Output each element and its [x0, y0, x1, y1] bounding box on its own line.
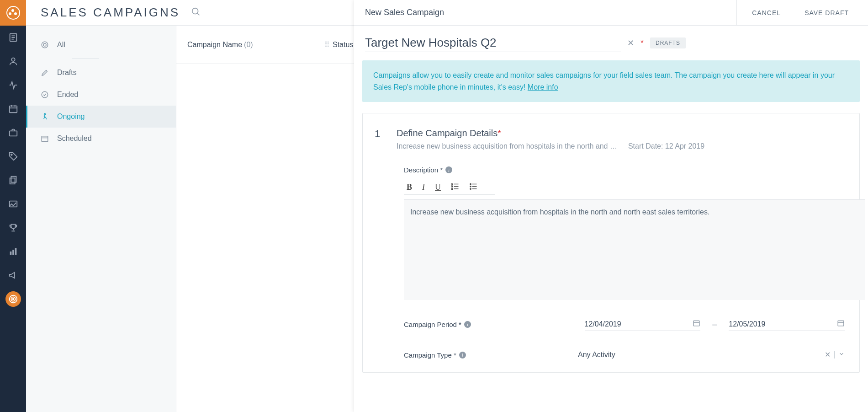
date-from-input[interactable] — [585, 317, 701, 331]
svg-point-40 — [470, 188, 471, 189]
calendar-icon — [41, 134, 50, 143]
campaign-type-select[interactable]: ✕ — [578, 348, 845, 361]
unordered-list-button[interactable] — [469, 182, 477, 193]
italic-button[interactable]: I — [422, 182, 425, 192]
calendar-icon[interactable] — [693, 319, 700, 329]
global-nav-rail — [0, 0, 26, 412]
filter-drafts[interactable]: Drafts — [26, 62, 176, 84]
svg-point-25 — [43, 43, 46, 46]
nav-item-analytics[interactable] — [0, 240, 26, 263]
chevron-down-icon[interactable] — [838, 351, 845, 359]
svg-rect-11 — [11, 177, 16, 182]
info-banner: Campaigns allow you to easily create and… — [362, 60, 860, 102]
nav-item-business[interactable] — [0, 121, 26, 144]
drag-handle-icon[interactable]: ⠿ — [324, 40, 329, 49]
info-icon[interactable]: i — [445, 166, 452, 173]
panel-title: New Sales Campaign — [365, 8, 444, 17]
type-value[interactable] — [578, 351, 825, 359]
editor-toolbar: B I U 123 — [404, 180, 495, 195]
date-from-field[interactable] — [585, 320, 672, 328]
underline-button[interactable]: U — [435, 182, 441, 192]
page-title: SALES CAMPAIGNS — [41, 5, 180, 20]
panel-header: New Sales Campaign CANCEL SAVE DRAFT — [354, 0, 868, 26]
walking-icon — [41, 112, 50, 121]
calendar-icon[interactable] — [837, 319, 845, 329]
clear-icon[interactable]: ✕ — [627, 38, 634, 48]
svg-point-24 — [42, 42, 48, 48]
campaign-name-input[interactable] — [365, 34, 621, 52]
check-circle-icon — [41, 91, 50, 99]
info-icon[interactable]: i — [459, 352, 466, 358]
save-draft-button[interactable]: SAVE DRAFT — [796, 0, 857, 26]
step-1-card: 1 Define Campaign Details* Increase new … — [362, 113, 860, 373]
svg-rect-42 — [693, 321, 699, 326]
col-label: Status — [333, 41, 353, 49]
cancel-button[interactable]: CANCEL — [736, 0, 796, 26]
svg-point-21 — [12, 299, 14, 300]
filter-sidebar: All Drafts Ended Ongoing Scheduled — [26, 26, 176, 412]
nav-item-trophy[interactable] — [0, 216, 26, 240]
nav-item-activity[interactable] — [0, 73, 26, 97]
campaign-period-row: Campaign Period * i – — [404, 317, 845, 331]
col-campaign-name[interactable]: Campaign Name (0) — [176, 41, 313, 49]
svg-rect-16 — [10, 251, 11, 255]
date-to-field[interactable] — [729, 320, 815, 328]
panel-body: ✕ * DRAFTS Campaigns allow you to easily… — [354, 26, 868, 412]
nav-item-files[interactable] — [0, 168, 26, 192]
nav-item-trends[interactable] — [0, 192, 26, 216]
nav-item-tags[interactable] — [0, 144, 26, 168]
step-sub-desc: Increase new business acquisition from h… — [397, 142, 617, 150]
step-title: Define Campaign Details* — [397, 128, 845, 139]
step-header: 1 Define Campaign Details* Increase new … — [375, 128, 845, 150]
draft-badge: DRAFTS — [650, 37, 686, 48]
filter-ongoing[interactable]: Ongoing — [26, 106, 176, 128]
pencil-icon — [41, 69, 50, 77]
nav-item-calendar[interactable] — [0, 97, 26, 121]
description-label: Description * i — [404, 166, 845, 174]
search-icon[interactable] — [191, 7, 201, 19]
col-label: Campaign Name — [187, 41, 242, 49]
ordered-list-button[interactable]: 123 — [451, 182, 459, 193]
new-campaign-panel: New Sales Campaign CANCEL SAVE DRAFT ✕ *… — [354, 0, 868, 412]
svg-rect-18 — [15, 248, 16, 255]
target-icon — [41, 41, 50, 49]
clear-icon[interactable]: ✕ — [825, 350, 831, 359]
svg-point-36 — [470, 184, 471, 185]
svg-point-38 — [470, 186, 471, 187]
svg-rect-9 — [9, 131, 17, 136]
type-label: Campaign Type * i — [404, 351, 572, 359]
date-to-input[interactable] — [729, 317, 845, 331]
bold-button[interactable]: B — [407, 182, 412, 192]
filter-ended[interactable]: Ended — [26, 84, 176, 106]
step-sub-start: Start Date: 12 Apr 2019 — [628, 142, 704, 150]
filter-scheduled[interactable]: Scheduled — [26, 128, 176, 150]
svg-line-23 — [197, 13, 200, 15]
filter-label: Scheduled — [57, 134, 92, 143]
nav-item-users[interactable] — [0, 49, 26, 73]
description-textarea[interactable]: Increase new business acquisition from h… — [404, 199, 865, 300]
svg-point-22 — [192, 8, 198, 14]
date-range-dash: – — [712, 320, 717, 329]
filter-all[interactable]: All — [26, 34, 176, 56]
app-logo[interactable] — [0, 0, 26, 26]
svg-rect-17 — [12, 250, 14, 255]
rich-text-editor: B I U 123 Increase new business acquisit… — [404, 180, 845, 300]
step-subtitle: Increase new business acquisition from h… — [397, 142, 845, 150]
campaign-name-row: ✕ * DRAFTS — [362, 34, 860, 60]
filter-label: All — [57, 41, 65, 49]
svg-rect-5 — [9, 106, 17, 113]
nav-item-campaigns[interactable] — [0, 287, 26, 311]
more-info-link[interactable]: More info — [528, 83, 558, 91]
svg-point-27 — [44, 113, 46, 115]
col-count: (0) — [244, 41, 253, 49]
svg-point-10 — [11, 154, 12, 155]
svg-rect-28 — [42, 136, 48, 142]
info-icon[interactable]: i — [464, 321, 471, 328]
filter-label: Ended — [57, 91, 78, 99]
svg-text:2: 2 — [452, 185, 453, 187]
divider — [834, 351, 835, 358]
svg-text:3: 3 — [452, 188, 453, 190]
nav-item-broadcast[interactable] — [0, 263, 26, 287]
step-number: 1 — [375, 128, 386, 140]
nav-item-reports[interactable] — [0, 26, 26, 49]
